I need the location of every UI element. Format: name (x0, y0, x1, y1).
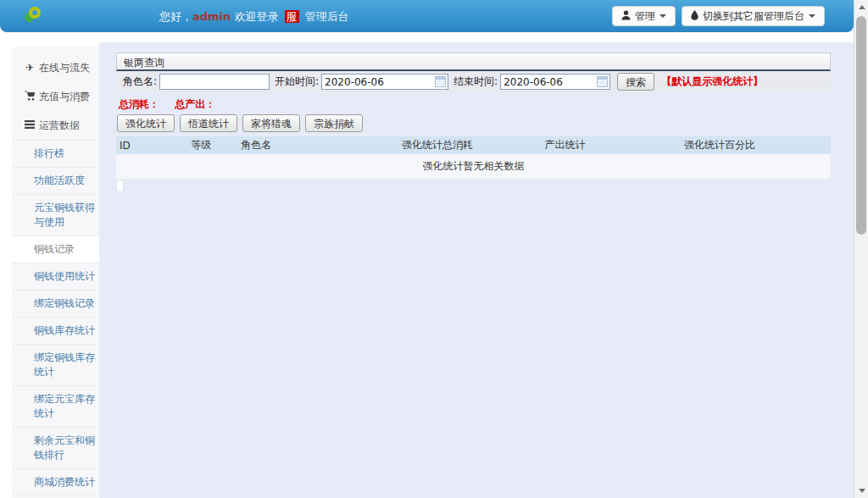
sidebar-item-ranking[interactable]: 排行榜 (12, 140, 99, 167)
greeting-prefix: 您好， (159, 10, 192, 23)
chevron-down-icon (809, 14, 815, 18)
tab-wudao-stats[interactable]: 悟道统计 (180, 114, 237, 132)
calendar-icon[interactable] (597, 76, 608, 87)
sidebar-item-bound-yuanbao-stock-stats[interactable]: 绑定元宝库存统计 (12, 385, 99, 427)
default-display-hint: 【默认显示强化统计】 (661, 75, 763, 89)
drop-icon (691, 10, 698, 23)
top-header-bar: 您好，admin 欢迎登录 服 管理后台 管理 切换到其它服管理后台 (0, 0, 854, 32)
plane-icon: ✈ (24, 62, 36, 74)
sidebar-item-bound-copper-records[interactable]: 绑定铜钱记录 (12, 290, 99, 317)
table-empty-row: 强化统计暂无相关数据 (116, 154, 831, 179)
greeting-suffix: 管理后台 (302, 10, 349, 23)
app-logo-icon (25, 7, 43, 24)
server-badge: 服 (285, 10, 299, 23)
sidebar-group-label: 充值与消费 (39, 90, 90, 104)
start-date-input[interactable] (321, 74, 448, 90)
col-role-name: 角色名 (237, 136, 398, 154)
sidebar-item-copper-usage-stats[interactable]: 铜钱使用统计 (12, 263, 99, 290)
search-button[interactable]: 搜索 (617, 73, 654, 91)
sidebar-group-recharge[interactable]: 充值与消费 (12, 82, 99, 111)
total-produce-label: 总产出： (175, 98, 215, 110)
end-date-input[interactable] (500, 74, 610, 90)
col-produce-stats: 产出统计 (542, 136, 681, 154)
sidebar-item-yuanbao-copper-gain-use[interactable]: 元宝铜钱获得与使用 (12, 194, 99, 235)
sidebar-group-label: 运营数据 (39, 119, 80, 133)
total-consume-label: 总消耗： (119, 98, 159, 110)
start-time-label: 开始时间: (275, 75, 319, 89)
col-total-consume: 强化统计总消耗 (398, 136, 542, 154)
empty-message: 强化统计暂无相关数据 (116, 154, 831, 179)
sidebar-item-feature-activity[interactable]: 功能活跃度 (12, 167, 99, 194)
query-panel: 银两查询 角色名: 开始时间: 结束时间: 搜索 【默认显示强化统计】 总消耗：… (116, 53, 831, 192)
scroll-up-button[interactable] (854, 0, 868, 14)
sidebar-item-mall-consumption-stats[interactable]: 商城消费统计 (12, 468, 99, 495)
calendar-icon[interactable] (435, 76, 446, 87)
admin-menu-label: 管理 (635, 9, 655, 24)
arrow-down-icon (859, 489, 865, 493)
welcome-message: 您好，admin 欢迎登录 服 管理后台 (159, 9, 349, 25)
table-header-row: ID 等级 角色名 强化统计总消耗 产出统计 强化统计百分比 (116, 136, 831, 154)
role-name-label: 角色名: (123, 75, 157, 89)
col-percentage: 强化统计百分比 (681, 136, 831, 154)
scrollbar-thumb[interactable] (856, 16, 866, 235)
switch-server-button[interactable]: 切换到其它服管理后台 (682, 6, 825, 26)
end-time-label: 结束时间: (453, 75, 498, 89)
scroll-down-button[interactable] (854, 484, 868, 498)
stat-tabs: 强化统计 悟道统计 家将猎魂 宗族捐献 (117, 114, 831, 132)
col-id: ID (116, 136, 187, 154)
logo-yellow-ring (29, 7, 41, 19)
sidebar-item-bound-copper-stock-stats[interactable]: 绑定铜钱库存统计 (12, 344, 99, 385)
role-name-input[interactable] (159, 74, 270, 90)
admin-menu-button[interactable]: 管理 (612, 6, 676, 26)
sidebar-group-online[interactable]: ✈ 在线与流失 (12, 53, 99, 82)
sidebar-item-copper-stock-stats[interactable]: 铜钱库存统计 (12, 317, 99, 344)
stats-table: ID 等级 角色名 强化统计总消耗 产出统计 强化统计百分比 强化统计暂无相关数… (116, 136, 831, 179)
sidebar-group-operations[interactable]: 运营数据 (12, 111, 99, 140)
tab-enhance-stats[interactable]: 强化统计 (117, 114, 175, 132)
sidebar-nav: ✈ 在线与流失 充值与消费 运营数据 排行榜 功能活跃度 元宝铜钱获得与使用 铜… (12, 47, 99, 498)
cart-icon (24, 91, 36, 103)
start-date-wrap (321, 74, 448, 90)
header-buttons: 管理 切换到其它服管理后台 (612, 6, 825, 26)
tab-clan-donation[interactable]: 宗族捐献 (305, 114, 363, 132)
tab-general-souls[interactable]: 家将猎魂 (242, 114, 300, 132)
switch-server-label: 切换到其它服管理后台 (703, 9, 804, 24)
arrow-up-icon (859, 5, 865, 9)
sidebar-item-remaining-ranking[interactable]: 剩余元宝和铜钱排行 (12, 427, 99, 468)
col-level: 等级 (187, 136, 237, 154)
sidebar-item-copper-records[interactable]: 铜钱记录 (12, 235, 99, 263)
page-scrollbar[interactable] (854, 0, 868, 498)
totals-row: 总消耗： 总产出： (119, 97, 831, 112)
query-form: 角色名: 开始时间: 结束时间: 搜索 【默认显示强化统计】 (116, 71, 831, 92)
username-text: admin (192, 10, 231, 23)
content-area: ✈ 在线与流失 充值与消费 运营数据 排行榜 功能活跃度 元宝铜钱获得与使用 铜… (0, 42, 854, 498)
panel-title: 银两查询 (116, 53, 831, 71)
person-icon (621, 10, 631, 23)
greeting-mid: 欢迎登录 (231, 10, 281, 23)
sidebar-group-label: 在线与流失 (39, 61, 90, 75)
list-icon (24, 119, 36, 131)
chevron-down-icon (659, 14, 666, 18)
pager-stub (116, 180, 124, 192)
end-date-wrap (500, 74, 610, 90)
